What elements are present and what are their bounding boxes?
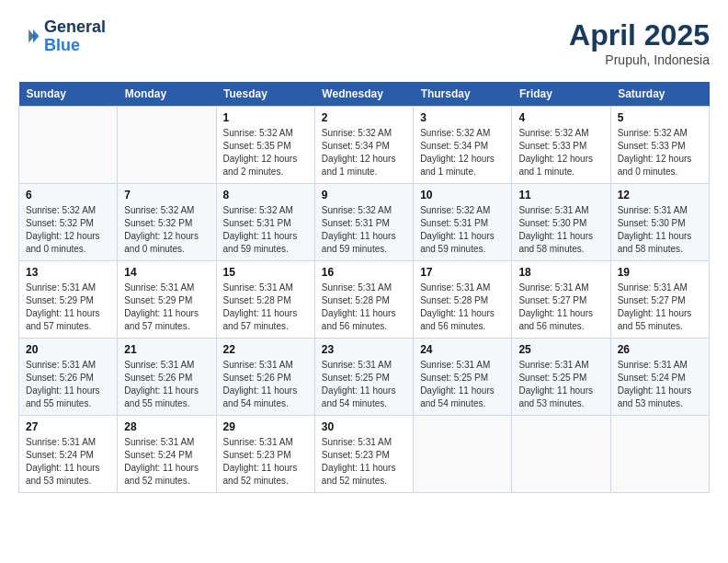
- day-info: Sunrise: 5:32 AM Sunset: 5:33 PM Dayligh…: [618, 127, 702, 178]
- day-info: Sunrise: 5:32 AM Sunset: 5:31 PM Dayligh…: [322, 204, 406, 256]
- day-info: Sunrise: 5:31 AM Sunset: 5:29 PM Dayligh…: [26, 282, 110, 333]
- calendar-cell: 19Sunrise: 5:31 AM Sunset: 5:27 PM Dayli…: [610, 261, 709, 339]
- calendar-cell: 17Sunrise: 5:31 AM Sunset: 5:28 PM Dayli…: [414, 261, 512, 339]
- day-info: Sunrise: 5:32 AM Sunset: 5:34 PM Dayligh…: [420, 127, 505, 178]
- calendar-cell: 21Sunrise: 5:31 AM Sunset: 5:26 PM Dayli…: [118, 339, 216, 416]
- calendar-cell: 29Sunrise: 5:31 AM Sunset: 5:23 PM Dayli…: [216, 416, 314, 493]
- day-info: Sunrise: 5:32 AM Sunset: 5:31 PM Dayligh…: [420, 204, 505, 256]
- day-number: 17: [420, 266, 505, 279]
- weekday-header-thursday: Thursday: [414, 82, 512, 107]
- day-number: 9: [322, 189, 406, 201]
- calendar-cell: [610, 416, 709, 493]
- calendar-week-2: 6Sunrise: 5:32 AM Sunset: 5:32 PM Daylig…: [19, 184, 710, 261]
- day-info: Sunrise: 5:32 AM Sunset: 5:34 PM Dayligh…: [322, 127, 406, 178]
- day-number: 19: [618, 266, 702, 279]
- day-info: Sunrise: 5:32 AM Sunset: 5:35 PM Dayligh…: [223, 127, 308, 178]
- calendar-week-4: 20Sunrise: 5:31 AM Sunset: 5:26 PM Dayli…: [19, 339, 710, 416]
- day-info: Sunrise: 5:31 AM Sunset: 5:24 PM Dayligh…: [26, 436, 110, 488]
- day-info: Sunrise: 5:31 AM Sunset: 5:24 PM Dayligh…: [618, 359, 702, 410]
- month-title: April 2025: [569, 18, 710, 52]
- day-number: 10: [420, 189, 505, 201]
- day-number: 20: [26, 343, 110, 356]
- day-info: Sunrise: 5:31 AM Sunset: 5:30 PM Dayligh…: [618, 204, 702, 256]
- day-number: 1: [223, 111, 308, 124]
- calendar-cell: 24Sunrise: 5:31 AM Sunset: 5:25 PM Dayli…: [414, 339, 512, 416]
- day-number: 23: [322, 343, 406, 356]
- day-number: 11: [518, 189, 603, 201]
- calendar-cell: 27Sunrise: 5:31 AM Sunset: 5:24 PM Dayli…: [19, 416, 118, 493]
- calendar-header-row: SundayMondayTuesdayWednesdayThursdayFrid…: [19, 82, 710, 107]
- day-info: Sunrise: 5:31 AM Sunset: 5:28 PM Dayligh…: [420, 282, 505, 333]
- day-info: Sunrise: 5:31 AM Sunset: 5:23 PM Dayligh…: [223, 436, 308, 488]
- calendar-cell: 1Sunrise: 5:32 AM Sunset: 5:35 PM Daylig…: [216, 107, 314, 184]
- calendar-cell: 22Sunrise: 5:31 AM Sunset: 5:26 PM Dayli…: [216, 339, 314, 416]
- day-number: 14: [124, 266, 209, 279]
- calendar-cell: 9Sunrise: 5:32 AM Sunset: 5:31 PM Daylig…: [314, 184, 413, 261]
- day-info: Sunrise: 5:32 AM Sunset: 5:32 PM Dayligh…: [124, 204, 209, 256]
- day-number: 24: [420, 343, 505, 356]
- calendar-cell: [414, 416, 512, 493]
- calendar-cell: 11Sunrise: 5:31 AM Sunset: 5:30 PM Dayli…: [512, 184, 610, 261]
- day-number: 22: [223, 343, 308, 356]
- logo-text: General Blue: [44, 18, 106, 55]
- calendar-cell: 18Sunrise: 5:31 AM Sunset: 5:27 PM Dayli…: [512, 261, 610, 339]
- day-info: Sunrise: 5:31 AM Sunset: 5:28 PM Dayligh…: [223, 282, 308, 333]
- calendar-body: 1Sunrise: 5:32 AM Sunset: 5:35 PM Daylig…: [19, 107, 710, 493]
- calendar-cell: 7Sunrise: 5:32 AM Sunset: 5:32 PM Daylig…: [118, 184, 216, 261]
- day-number: 27: [26, 420, 110, 433]
- weekday-header-saturday: Saturday: [610, 82, 709, 107]
- day-number: 3: [420, 111, 505, 124]
- calendar-cell: 2Sunrise: 5:32 AM Sunset: 5:34 PM Daylig…: [314, 107, 413, 184]
- calendar-cell: 14Sunrise: 5:31 AM Sunset: 5:29 PM Dayli…: [118, 261, 216, 339]
- weekday-header-wednesday: Wednesday: [314, 82, 413, 107]
- day-number: 28: [124, 420, 209, 433]
- calendar-cell: 28Sunrise: 5:31 AM Sunset: 5:24 PM Dayli…: [118, 416, 216, 493]
- page-header: General Blue April 2025 Prupuh, Indonesi…: [18, 18, 710, 67]
- day-number: 16: [322, 266, 406, 279]
- calendar-week-3: 13Sunrise: 5:31 AM Sunset: 5:29 PM Dayli…: [19, 261, 710, 339]
- day-info: Sunrise: 5:31 AM Sunset: 5:27 PM Dayligh…: [518, 282, 603, 333]
- day-info: Sunrise: 5:31 AM Sunset: 5:27 PM Dayligh…: [618, 282, 702, 333]
- calendar-cell: [512, 416, 610, 493]
- day-info: Sunrise: 5:32 AM Sunset: 5:32 PM Dayligh…: [26, 204, 110, 256]
- day-info: Sunrise: 5:31 AM Sunset: 5:26 PM Dayligh…: [223, 359, 308, 410]
- calendar-cell: [118, 107, 216, 184]
- day-number: 29: [223, 420, 308, 433]
- weekday-header-friday: Friday: [512, 82, 610, 107]
- day-number: 18: [518, 266, 603, 279]
- day-number: 5: [618, 111, 702, 124]
- calendar-cell: 15Sunrise: 5:31 AM Sunset: 5:28 PM Dayli…: [216, 261, 314, 339]
- calendar-cell: 25Sunrise: 5:31 AM Sunset: 5:25 PM Dayli…: [512, 339, 610, 416]
- day-info: Sunrise: 5:31 AM Sunset: 5:29 PM Dayligh…: [124, 282, 209, 333]
- day-number: 7: [124, 189, 209, 201]
- day-number: 12: [618, 189, 702, 201]
- location: Prupuh, Indonesia: [569, 52, 710, 67]
- day-info: Sunrise: 5:31 AM Sunset: 5:24 PM Dayligh…: [124, 436, 209, 488]
- day-info: Sunrise: 5:31 AM Sunset: 5:26 PM Dayligh…: [124, 359, 209, 410]
- day-info: Sunrise: 5:32 AM Sunset: 5:31 PM Dayligh…: [223, 204, 308, 256]
- calendar-cell: 8Sunrise: 5:32 AM Sunset: 5:31 PM Daylig…: [216, 184, 314, 261]
- calendar-table: SundayMondayTuesdayWednesdayThursdayFrid…: [18, 82, 710, 493]
- day-number: 2: [322, 111, 406, 124]
- weekday-header-monday: Monday: [118, 82, 216, 107]
- day-number: 6: [26, 189, 110, 201]
- day-info: Sunrise: 5:31 AM Sunset: 5:26 PM Dayligh…: [26, 359, 110, 410]
- weekday-header-sunday: Sunday: [19, 82, 118, 107]
- calendar-cell: 12Sunrise: 5:31 AM Sunset: 5:30 PM Dayli…: [610, 184, 709, 261]
- calendar-week-1: 1Sunrise: 5:32 AM Sunset: 5:35 PM Daylig…: [19, 107, 710, 184]
- calendar-cell: 3Sunrise: 5:32 AM Sunset: 5:34 PM Daylig…: [414, 107, 512, 184]
- calendar-cell: 26Sunrise: 5:31 AM Sunset: 5:24 PM Dayli…: [610, 339, 709, 416]
- day-info: Sunrise: 5:31 AM Sunset: 5:25 PM Dayligh…: [420, 359, 505, 410]
- day-number: 13: [26, 266, 110, 279]
- calendar-cell: 13Sunrise: 5:31 AM Sunset: 5:29 PM Dayli…: [19, 261, 118, 339]
- calendar-cell: 30Sunrise: 5:31 AM Sunset: 5:23 PM Dayli…: [314, 416, 413, 493]
- day-info: Sunrise: 5:31 AM Sunset: 5:28 PM Dayligh…: [322, 282, 406, 333]
- logo: General Blue: [18, 18, 106, 55]
- day-number: 4: [518, 111, 603, 124]
- day-info: Sunrise: 5:31 AM Sunset: 5:25 PM Dayligh…: [322, 359, 406, 410]
- calendar-cell: [19, 107, 118, 184]
- calendar-cell: 16Sunrise: 5:31 AM Sunset: 5:28 PM Dayli…: [314, 261, 413, 339]
- calendar-week-5: 27Sunrise: 5:31 AM Sunset: 5:24 PM Dayli…: [19, 416, 710, 493]
- calendar-cell: 23Sunrise: 5:31 AM Sunset: 5:25 PM Dayli…: [314, 339, 413, 416]
- logo-icon: [18, 26, 40, 48]
